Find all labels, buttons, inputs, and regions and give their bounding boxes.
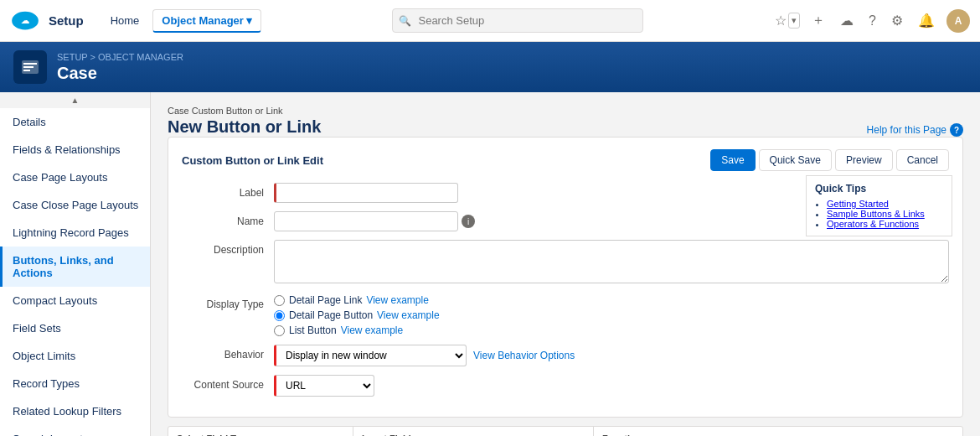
sidebar-scroll-up[interactable]: ▲ xyxy=(0,92,150,108)
svg-rect-3 xyxy=(23,63,37,65)
bottom-section: Select Field Type Case User Insert Field… xyxy=(168,426,963,436)
sidebar-item-fields[interactable]: Fields & Relationships xyxy=(0,136,150,164)
view-behavior-options-link[interactable]: View Behavior Options xyxy=(473,350,575,361)
detail-page-link-example[interactable]: View example xyxy=(366,294,428,306)
form-panel: Custom Button or Link Edit Save Quick Sa… xyxy=(168,137,963,418)
radio-list-button: List Button View example xyxy=(274,324,949,336)
select-field-type-area: Select Field Type Case User xyxy=(168,427,353,436)
quick-save-button[interactable]: Quick Save xyxy=(759,149,832,171)
nav-object-manager[interactable]: Object Manager ▾ xyxy=(152,9,261,33)
main-layout: ▲ Details Fields & Relationships Case Pa… xyxy=(0,92,980,436)
list-button-example[interactable]: View example xyxy=(341,324,403,336)
quick-tips-title: Quick Tips xyxy=(815,183,943,195)
search-wrap: 🔍 xyxy=(392,8,643,33)
behavior-label: Behavior xyxy=(182,345,274,361)
behavior-select-wrap: Display in new window Display in existin… xyxy=(274,345,949,366)
sidebar-item-compact[interactable]: Compact Layouts xyxy=(0,287,150,314)
display-type-label: Display Type xyxy=(182,294,274,310)
bottom-top-row: Select Field Type Case User Insert Field… xyxy=(168,427,962,436)
description-field xyxy=(274,240,949,286)
behavior-field: Display in new window Display in existin… xyxy=(274,345,949,366)
radio-list-button-input[interactable] xyxy=(274,325,285,336)
help-circle-icon: ? xyxy=(950,123,963,137)
quick-tips-operators[interactable]: Operators & Functions xyxy=(827,219,919,229)
btn-group: Save Quick Save Preview Cancel xyxy=(710,149,949,171)
radio-detail-page-link-input[interactable] xyxy=(274,295,285,306)
chevron-down-icon: ▾ xyxy=(246,14,252,27)
cloud-icon[interactable]: ☁ xyxy=(837,9,857,32)
search-input[interactable] xyxy=(392,8,643,33)
sidebar-item-limits[interactable]: Object Limits xyxy=(0,342,150,370)
page-header-left: Case Custom Button or Link New Button or… xyxy=(168,106,321,137)
description-textarea[interactable] xyxy=(274,240,949,283)
favorites-group: ☆ ▾ xyxy=(775,13,800,29)
star-icon[interactable]: ☆ xyxy=(775,13,787,29)
search-icon: 🔍 xyxy=(399,15,411,27)
display-type-radio-group: Detail Page Link View example Detail Pag… xyxy=(274,294,949,336)
radio-detail-page-button-input[interactable] xyxy=(274,310,285,321)
label-input[interactable] xyxy=(274,183,458,203)
quick-tips-list: Getting Started Sample Buttons & Links O… xyxy=(815,199,943,229)
save-button[interactable]: Save xyxy=(710,149,755,171)
bell-icon[interactable]: 🔔 xyxy=(915,9,938,32)
top-nav: ☁ Setup Home Object Manager ▾ 🔍 ☆ ▾ ＋ ☁ … xyxy=(0,0,980,42)
description-field-label: Description xyxy=(182,240,274,256)
sidebar-item-page-layouts[interactable]: Case Page Layouts xyxy=(0,164,150,191)
object-title: Case xyxy=(57,64,183,83)
name-info-icon[interactable]: i xyxy=(462,215,475,228)
breadcrumb-path: SETUP > OBJECT MANAGER xyxy=(57,52,183,62)
form-panel-title: Custom Button or Link Edit xyxy=(182,154,323,167)
avatar[interactable]: A xyxy=(946,9,970,33)
page-header-label: Case Custom Button or Link xyxy=(168,106,321,116)
content-source-field: URL Visualforce Page OnClick JavaScript xyxy=(274,375,949,397)
nav-right: ☆ ▾ ＋ ☁ ? ⚙ 🔔 A xyxy=(775,8,970,33)
breadcrumb-banner: SETUP > OBJECT MANAGER Case xyxy=(0,42,980,92)
breadcrumb-setup-link[interactable]: SETUP xyxy=(57,52,87,62)
quick-tips-sample-buttons[interactable]: Sample Buttons & Links xyxy=(827,209,925,219)
radio-detail-page-button: Detail Page Button View example xyxy=(274,309,949,321)
description-row: Description xyxy=(182,240,949,286)
content-source-label: Content Source xyxy=(182,375,274,391)
radio-detail-page-link: Detail Page Link View example xyxy=(274,294,949,306)
preview-button[interactable]: Preview xyxy=(835,149,893,171)
help-link[interactable]: Help for this Page ? xyxy=(867,123,963,137)
breadcrumb-objectmanager-link[interactable]: OBJECT MANAGER xyxy=(98,52,183,62)
settings-icon[interactable]: ⚙ xyxy=(888,9,906,32)
content-area: Case Custom Button or Link New Button or… xyxy=(151,92,980,436)
nav-home[interactable]: Home xyxy=(101,9,150,33)
sidebar-item-record-types[interactable]: Record Types xyxy=(0,370,150,397)
behavior-row: Behavior Display in new window Display i… xyxy=(182,345,949,366)
form-panel-header: Custom Button or Link Edit Save Quick Sa… xyxy=(182,149,949,171)
detail-page-button-example[interactable]: View example xyxy=(377,309,439,321)
favorites-dropdown-icon[interactable]: ▾ xyxy=(788,13,800,29)
functions-area: Functions -- All Function Categories -- … xyxy=(594,427,757,436)
insert-field-area: Insert Field -- Insert Merge Field -- In… xyxy=(353,427,594,436)
cancel-button[interactable]: Cancel xyxy=(896,149,949,171)
sidebar-item-search[interactable]: Search Layouts xyxy=(0,425,150,436)
behavior-select[interactable]: Display in new window Display in existin… xyxy=(274,345,467,366)
help-icon[interactable]: ? xyxy=(865,10,879,32)
page-title: New Button or Link xyxy=(168,117,321,137)
quick-tips-getting-started[interactable]: Getting Started xyxy=(827,199,889,209)
svg-rect-4 xyxy=(23,66,34,68)
display-type-field: Detail Page Link View example Detail Pag… xyxy=(274,294,949,336)
sidebar-item-close-layouts[interactable]: Case Close Page Layouts xyxy=(0,191,150,219)
search-bar: 🔍 xyxy=(261,8,775,33)
add-icon[interactable]: ＋ xyxy=(808,8,828,33)
object-icon xyxy=(13,50,47,84)
sidebar-item-details[interactable]: Details xyxy=(0,108,150,136)
sidebar-item-related[interactable]: Related Lookup Filters xyxy=(0,397,150,425)
nav-left: ☁ Setup Home Object Manager ▾ xyxy=(10,9,261,33)
name-input[interactable] xyxy=(274,211,458,231)
label-field-label: Label xyxy=(182,183,274,199)
content-inner: Case Custom Button or Link New Button or… xyxy=(151,92,980,436)
breadcrumb-text: SETUP > OBJECT MANAGER Case xyxy=(57,52,183,83)
sidebar: ▲ Details Fields & Relationships Case Pa… xyxy=(0,92,151,436)
content-source-select[interactable]: URL Visualforce Page OnClick JavaScript xyxy=(274,375,374,397)
salesforce-logo: ☁ xyxy=(10,9,40,33)
sidebar-item-buttons[interactable]: Buttons, Links, and Actions xyxy=(0,247,150,287)
sidebar-item-fieldsets[interactable]: Field Sets xyxy=(0,314,150,342)
sidebar-item-lightning[interactable]: Lightning Record Pages xyxy=(0,219,150,247)
object-icon-svg xyxy=(20,57,40,77)
display-type-row: Display Type Detail Page Link View examp… xyxy=(182,294,949,336)
